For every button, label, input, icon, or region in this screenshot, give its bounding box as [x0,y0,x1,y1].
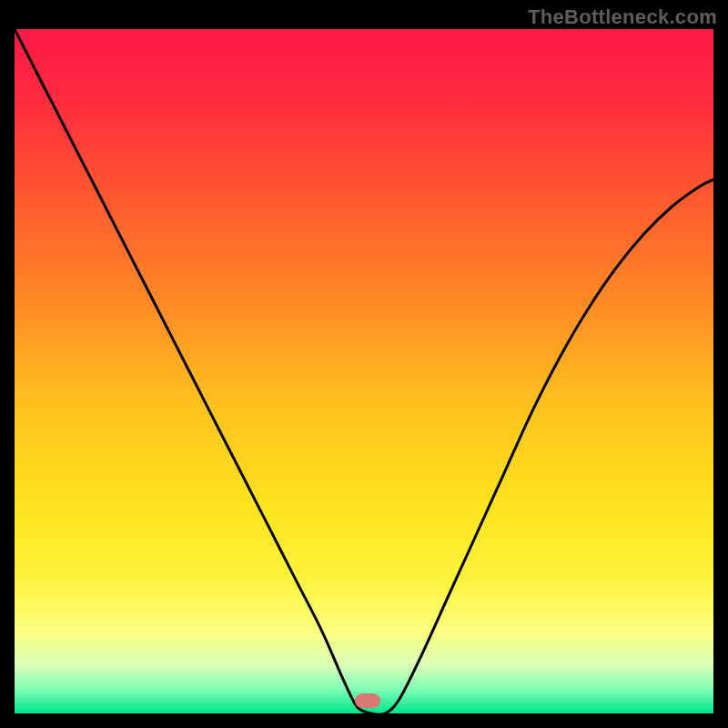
watermark-text: TheBottleneck.com [528,5,717,29]
chart-frame: TheBottleneck.com [0,0,728,728]
gradient-background [15,29,713,713]
optimum-marker [355,693,380,708]
bottleneck-curve-plot [15,29,713,713]
